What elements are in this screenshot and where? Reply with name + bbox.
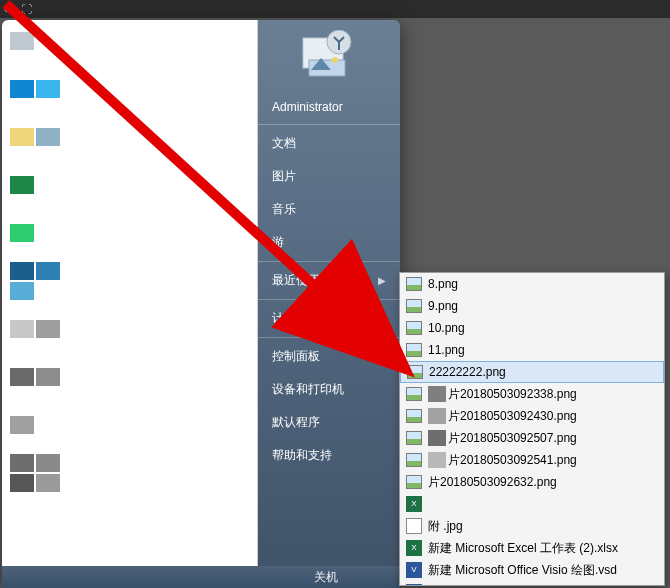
- program-item[interactable]: [2, 26, 257, 56]
- file-name-label: 8.png: [428, 277, 458, 291]
- user-name-label: Administrator: [272, 100, 343, 114]
- xlsx-icon: X: [406, 540, 422, 556]
- file-name-label: 10.png: [428, 321, 465, 335]
- places-item-label: 计算机: [272, 310, 308, 327]
- places-item-label: 文档: [272, 135, 296, 152]
- file-name-label: 新建 Microsoft Excel 工作表 (2).xlsx: [428, 540, 618, 557]
- file-name-label: 片20180503092338.png: [448, 386, 577, 403]
- places-item-label: 设备和打印机: [272, 381, 344, 398]
- img-icon: [406, 408, 422, 424]
- file-name-label: 片20180503092507.png: [448, 430, 577, 447]
- shutdown-button[interactable]: 关机: [314, 569, 338, 586]
- places-item-label: 控制面板: [272, 348, 320, 365]
- places-item[interactable]: 最近使用 项目▶: [258, 264, 400, 300]
- program-item[interactable]: [2, 74, 257, 104]
- img-icon: [406, 320, 422, 336]
- recent-file-item[interactable]: 片20180503092338.png: [400, 383, 664, 405]
- start-menu-programs-pane: [2, 20, 258, 588]
- chevron-right-icon: ▶: [378, 275, 386, 286]
- recent-file-item[interactable]: X新建 Microsoft Excel 工作表 (2).xlsx: [400, 537, 664, 559]
- file-name-label: 新建 Microsoft Office Visio 绘图.vsd: [428, 562, 617, 579]
- recent-file-item[interactable]: 片20180503092430.png: [400, 405, 664, 427]
- img-icon: [406, 298, 422, 314]
- file-name-label: 新建 Microsoft Word 文档 (5).docx: [428, 584, 610, 587]
- file-name-label: 附 .jpg: [428, 518, 463, 535]
- file-thumbnail: [428, 408, 446, 424]
- places-item[interactable]: 设备和打印机: [258, 373, 400, 406]
- recent-file-item[interactable]: 片20180503092507.png: [400, 427, 664, 449]
- recent-file-item[interactable]: 9.png: [400, 295, 664, 317]
- file-name-label: 22222222.png: [429, 365, 506, 379]
- program-item[interactable]: [2, 362, 257, 392]
- start-menu: Administrator 文档图片音乐游最近使用 项目▶计算机控制面板设备和打…: [2, 20, 400, 588]
- user-name-item[interactable]: Administrator: [258, 92, 400, 125]
- file-name-label: 11.png: [428, 343, 465, 357]
- places-item-label: 游: [272, 234, 284, 251]
- program-item[interactable]: [2, 218, 257, 248]
- img-icon: [406, 342, 422, 358]
- recent-file-item[interactable]: 片20180503092632.png: [400, 471, 664, 493]
- rotate-icon[interactable]: ⟳: [4, 3, 13, 16]
- program-item[interactable]: [2, 314, 257, 344]
- program-item[interactable]: [2, 170, 257, 200]
- places-item[interactable]: 帮助和支持: [258, 439, 400, 472]
- file-thumbnail: [428, 452, 446, 468]
- expand-icon[interactable]: ⛶: [21, 3, 32, 15]
- places-item[interactable]: 计算机: [258, 302, 400, 338]
- recent-file-item[interactable]: 片20180503092541.png: [400, 449, 664, 471]
- file-name-label: 9.png: [428, 299, 458, 313]
- recent-file-item[interactable]: W新建 Microsoft Word 文档 (5).docx: [400, 581, 664, 586]
- xlsx-icon: X: [406, 496, 422, 512]
- img-icon: [406, 430, 422, 446]
- recent-file-item[interactable]: 11.png: [400, 339, 664, 361]
- program-item[interactable]: [2, 266, 257, 296]
- file-name-label: 片20180503092541.png: [448, 452, 577, 469]
- recent-file-item[interactable]: X: [400, 493, 664, 515]
- file-name-label: 片20180503092632.png: [428, 474, 557, 491]
- txt-icon: [406, 518, 422, 534]
- img-icon: [406, 386, 422, 402]
- img-icon: [407, 364, 423, 380]
- places-item[interactable]: 音乐: [258, 193, 400, 226]
- places-item[interactable]: 文档: [258, 127, 400, 160]
- places-item-label: 帮助和支持: [272, 447, 332, 464]
- places-item-label: 图片: [272, 168, 296, 185]
- img-icon: [406, 276, 422, 292]
- places-item-label: 最近使用 项目: [272, 272, 347, 289]
- places-item[interactable]: 游: [258, 226, 400, 262]
- places-item[interactable]: 图片: [258, 160, 400, 193]
- file-thumbnail: [428, 386, 446, 402]
- start-menu-footer: 关机: [2, 566, 400, 588]
- vsd-icon: V: [406, 562, 422, 578]
- program-item[interactable]: [2, 410, 257, 440]
- docx-icon: W: [406, 584, 422, 586]
- places-item[interactable]: 控制面板: [258, 340, 400, 373]
- app-toolbar: ⟳ ⛶: [0, 0, 670, 18]
- places-item-label: 默认程序: [272, 414, 320, 431]
- places-item-label: 音乐: [272, 201, 296, 218]
- img-icon: [406, 452, 422, 468]
- recent-file-item[interactable]: 22222222.png: [400, 361, 664, 383]
- file-thumbnail: [428, 430, 446, 446]
- program-item[interactable]: [2, 458, 257, 488]
- recent-file-item[interactable]: V新建 Microsoft Office Visio 绘图.vsd: [400, 559, 664, 581]
- recent-file-item[interactable]: 附 .jpg: [400, 515, 664, 537]
- places-item[interactable]: 默认程序: [258, 406, 400, 439]
- svg-point-4: [332, 57, 338, 63]
- recent-items-submenu: 8.png9.png10.png11.png22222222.png片20180…: [399, 272, 665, 586]
- program-item[interactable]: [2, 122, 257, 152]
- user-picture-icon[interactable]: [301, 30, 357, 82]
- file-name-label: 片20180503092430.png: [448, 408, 577, 425]
- start-menu-places-pane: Administrator 文档图片音乐游最近使用 项目▶计算机控制面板设备和打…: [258, 20, 400, 588]
- recent-file-item[interactable]: 8.png: [400, 273, 664, 295]
- img-icon: [406, 474, 422, 490]
- recent-file-item[interactable]: 10.png: [400, 317, 664, 339]
